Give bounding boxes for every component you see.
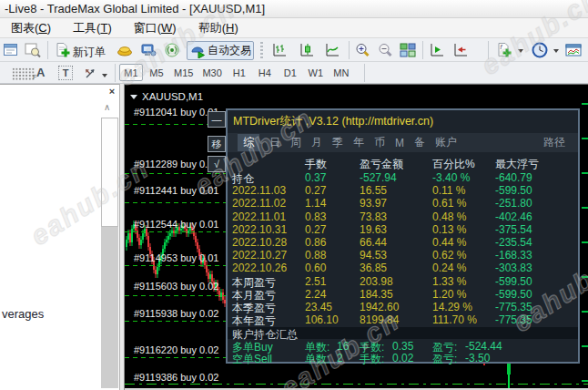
- candlestick-chart-icon[interactable]: [299, 42, 315, 58]
- auto-trading-icon: [190, 44, 205, 58]
- timeframe-h4[interactable]: H4: [253, 64, 277, 81]
- account-summary-header: 账户持仓汇总: [228, 327, 578, 339]
- stats-move-button[interactable]: 移: [208, 136, 226, 152]
- bar-chart-icon[interactable]: [271, 42, 288, 58]
- tab-day[interactable]: 日: [269, 135, 280, 150]
- menu-chart[interactable]: 图表(C): [0, 18, 62, 38]
- timeframe-w1[interactable]: W1: [304, 64, 328, 81]
- candle-spike-body: [507, 364, 511, 375]
- summary-row-sell: 空单Sell 单数: 2 手数: 0.02 盈亏: -3.50: [228, 352, 578, 364]
- timeframe-m15[interactable]: M15: [170, 64, 197, 81]
- window-titlebar: -Live8 - TradeMax Global Limited - [XAUU…: [0, 0, 588, 18]
- col-lots: 手数: [305, 157, 327, 172]
- order-label: #9114953 buy 0.01: [134, 252, 218, 263]
- tab-path[interactable]: 路径: [543, 135, 565, 150]
- periods-dropdown-icon[interactable]: [553, 49, 559, 53]
- templates-icon[interactable]: [565, 42, 582, 58]
- scrollbar-thumb[interactable]: [101, 118, 118, 227]
- arrows-tool-icon[interactable]: [82, 66, 98, 82]
- new-order-button[interactable]: 新订单: [73, 45, 106, 60]
- tab-quarter[interactable]: 季: [332, 135, 343, 150]
- chart-symbol-label: XAUUSD,M1: [130, 91, 203, 102]
- col-percent: 百分比%: [432, 157, 475, 172]
- order-label: #9115603 buy 0.02: [134, 281, 218, 292]
- periods-clock-icon[interactable]: [532, 42, 548, 58]
- chart-window-icon[interactable]: [3, 42, 19, 58]
- auto-trading-button[interactable]: 自动交易: [187, 41, 254, 60]
- col-drawdown: 最大浮亏: [495, 157, 539, 172]
- indicators-dropdown-icon[interactable]: [518, 49, 523, 53]
- mtdriver-stats-panel: MTDriver统计 ,V3.12 (http://mtdriver.cn) 综…: [226, 108, 580, 364]
- price-scale-ticks: [582, 103, 588, 384]
- chart-shift-icon[interactable]: [452, 42, 469, 58]
- toolbar-linestudies-periods: F A T M1 M5 M15 M30 H1 H4 D1 W1 MN: [0, 62, 588, 84]
- tab-m[interactable]: M: [395, 137, 404, 149]
- table-row: 2022.11.030.2716.550.11 %-599.50: [228, 184, 578, 197]
- arrows-dropdown-icon[interactable]: [102, 74, 107, 77]
- signals-icon[interactable]: [164, 42, 180, 58]
- timeframe-h1[interactable]: H1: [228, 64, 251, 81]
- window-title: -Live8 - TradeMax Global Limited - [XAUU…: [5, 2, 265, 15]
- stats-minimize-button[interactable]: —: [208, 111, 226, 128]
- text-tool-icon[interactable]: A: [36, 66, 45, 79]
- indicators-icon[interactable]: f: [496, 42, 512, 58]
- order-line[interactable]: [125, 231, 227, 232]
- menu-tools[interactable]: 工具(T): [62, 18, 123, 38]
- timeframe-m30[interactable]: M30: [198, 64, 225, 81]
- current-price-line: [125, 384, 588, 385]
- table-row: 本周盈亏2.51203.981.33 %-599.50: [228, 275, 578, 288]
- col-profit: 盈亏金额: [360, 157, 403, 172]
- table-row: 持仓0.37-527.94-3.40 %-640.79: [228, 171, 578, 184]
- tile-windows-icon[interactable]: [400, 42, 416, 58]
- toolbar-drag-handle: [260, 42, 263, 58]
- toolbar-separator: [422, 41, 423, 59]
- market-watch-icon[interactable]: [117, 42, 133, 58]
- tab-month[interactable]: 月: [311, 135, 322, 150]
- order-line[interactable]: [125, 173, 227, 174]
- chart-area[interactable]: XAUUSD,M1 #9112041 buy 0.01 #9112289 buy…: [125, 84, 588, 390]
- tab-currency[interactable]: 币: [374, 135, 385, 150]
- order-label: #9115938 buy 0.02: [134, 308, 218, 319]
- order-line[interactable]: [125, 202, 227, 203]
- zoom-in-icon[interactable]: [354, 42, 370, 58]
- order-label: #9119386 buy 0.02: [134, 372, 218, 383]
- tab-note[interactable]: 备: [414, 135, 425, 150]
- table-row: 2022.10.270.8894.530.62 %-168.33: [228, 249, 578, 262]
- table-row: 2022.10.280.8666.440.44 %-235.54: [228, 236, 578, 249]
- new-order-icon[interactable]: [55, 42, 71, 58]
- menu-window[interactable]: 窗口(W): [123, 18, 188, 38]
- timeframe-m1[interactable]: M1: [119, 64, 143, 81]
- tab-account[interactable]: 账户: [435, 135, 457, 150]
- stats-confirm-button[interactable]: √: [208, 156, 226, 172]
- order-line[interactable]: [125, 357, 227, 358]
- toolbar-separator: [349, 41, 350, 59]
- order-label: #9116220 buy 0.02: [134, 344, 218, 355]
- chevron-down-icon: [130, 95, 137, 99]
- timeframe-d1[interactable]: D1: [279, 64, 302, 81]
- text-label-tool-icon[interactable]: T: [58, 66, 73, 80]
- navigator-item-moving-averages[interactable]: verages: [2, 307, 44, 321]
- order-line[interactable]: [125, 321, 227, 322]
- scrollbar-track[interactable]: [101, 227, 118, 388]
- zoom-out-icon[interactable]: [377, 42, 393, 58]
- data-center-icon[interactable]: [140, 42, 157, 58]
- tab-week[interactable]: 周: [290, 135, 301, 150]
- table-row: 本年盈亏106.108199.84111.70 %-775.35: [228, 313, 578, 326]
- navigator-panel: × ∧ verages: [0, 84, 119, 390]
- panel-close-icon[interactable]: ×: [106, 86, 117, 97]
- stats-column-headers: 手数 盈亏金额 百分比% 最大浮亏: [228, 157, 578, 170]
- order-line[interactable]: [125, 265, 227, 266]
- table-row: 本月盈亏2.24184.351.20 %-599.50: [228, 288, 578, 301]
- scroll-up-icon[interactable]: ∧: [104, 102, 110, 112]
- auto-scroll-icon[interactable]: [429, 42, 445, 58]
- timeframe-m5[interactable]: M5: [145, 64, 168, 81]
- tab-summary[interactable]: 综: [238, 134, 259, 151]
- menu-help[interactable]: 帮助(H): [188, 18, 249, 38]
- table-row: 2022.11.010.8373.830.48 %-402.46: [228, 210, 578, 223]
- line-chart-icon[interactable]: [324, 42, 340, 58]
- profile-search-icon[interactable]: [25, 42, 41, 58]
- toolbar-standard: 新订单 自动交易 f: [0, 38, 588, 62]
- timeframe-mn[interactable]: MN: [329, 64, 353, 81]
- order-line[interactable]: [125, 295, 227, 296]
- tab-year[interactable]: 年: [353, 135, 364, 150]
